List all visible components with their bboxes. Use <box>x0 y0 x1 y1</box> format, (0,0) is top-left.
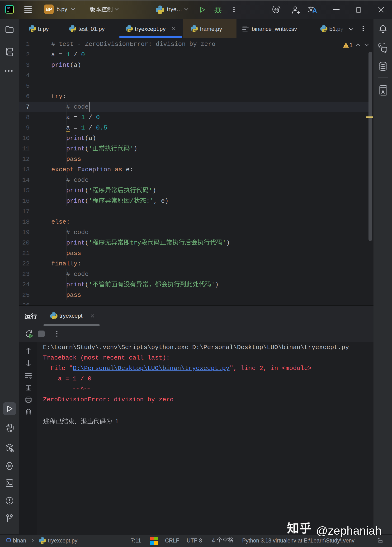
svg-text:PC: PC <box>7 7 10 9</box>
